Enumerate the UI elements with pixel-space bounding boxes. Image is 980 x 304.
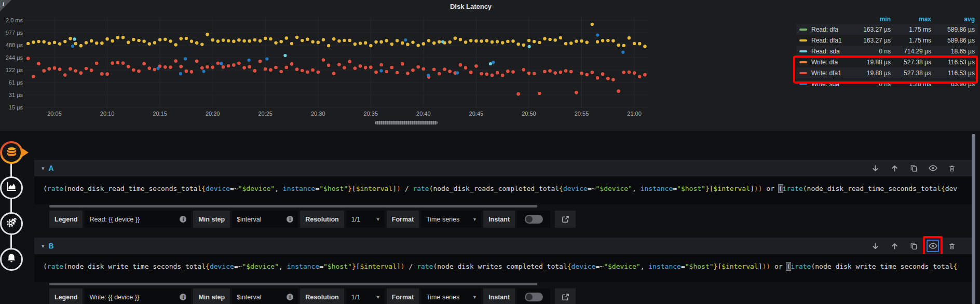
sidebar-tab-panel-settings[interactable] xyxy=(0,212,23,235)
sidebar-tab-connector xyxy=(10,153,12,259)
legend-format-label: Legend xyxy=(49,288,83,304)
legend-column-avg[interactable]: avg xyxy=(931,15,975,24)
toggle-knob xyxy=(526,216,533,223)
sidebar-tab-queries[interactable] xyxy=(0,141,23,164)
legend-column-min[interactable]: min xyxy=(850,15,891,24)
sidebar-tab-alerting[interactable] xyxy=(0,248,23,271)
sidebar-tab-visualization[interactable] xyxy=(0,176,23,199)
query-a-expression[interactable]: (rate(node_disk_read_time_seconds_total{… xyxy=(34,176,972,204)
chevron-down-icon: ▾ xyxy=(469,216,476,222)
x-axis-label: 20:25 xyxy=(258,110,273,117)
series-color-swatch xyxy=(799,39,807,42)
legend-min-value: 0 ns xyxy=(850,80,891,88)
legend-series-name: Read: dfa xyxy=(799,26,850,33)
query-a-hscrollbar[interactable] xyxy=(49,205,537,208)
move-query-down-button[interactable] xyxy=(869,240,881,252)
instant-toggle[interactable] xyxy=(525,293,543,301)
info-icon[interactable]: i xyxy=(287,216,293,223)
x-axis-label: 20:35 xyxy=(364,110,378,117)
instant-label: Instant xyxy=(483,288,515,304)
query-ref-letter: A xyxy=(49,164,54,172)
series-label: Write: dfa xyxy=(811,59,838,66)
legend-series-write-dfa1[interactable]: Write: dfa119.88 µs527.38 µs116.53 µs xyxy=(796,67,978,78)
format-select[interactable]: Time series▾ xyxy=(421,211,481,228)
resolution-select[interactable]: 1/1▾ xyxy=(346,288,385,304)
legend-series-write-dfa[interactable]: Write: dfa19.88 µs527.38 µs116.53 µs xyxy=(796,57,978,67)
series-color-swatch xyxy=(799,72,807,74)
y-axis-label: 2.0 ms xyxy=(6,17,23,23)
legend-avg-value: 116.53 µs xyxy=(931,59,975,66)
series-label: Write: sda xyxy=(811,80,839,88)
x-axis-label: 20:05 xyxy=(47,110,62,117)
legend-format-input[interactable]: Read: {{ device }}i xyxy=(85,211,191,228)
instant-label: Instant xyxy=(483,211,515,228)
move-query-up-button[interactable] xyxy=(888,240,901,252)
info-icon[interactable]: i xyxy=(180,216,186,223)
instant-toggle[interactable] xyxy=(525,215,543,224)
y-axis-label: 61 µs xyxy=(9,79,23,86)
query-b-expression[interactable]: (rate(node_disk_write_time_seconds_total… xyxy=(34,254,972,282)
min-step-label: Min step xyxy=(193,288,230,304)
horizontal-scroll-indicator[interactable] xyxy=(375,121,438,125)
y-axis-label: 977 µs xyxy=(6,30,23,36)
move-query-up-button[interactable] xyxy=(888,162,901,174)
legend-format-input-value: Write: {{ device }} xyxy=(89,294,139,301)
x-axis-label: 20:45 xyxy=(469,110,484,117)
toggle-query-visibility-button-highlighted[interactable] xyxy=(927,240,939,252)
database-icon xyxy=(6,146,18,160)
info-icon[interactable]: i xyxy=(180,294,186,300)
legend-series-write-sda[interactable]: Write: sda0 ns1.26 ms63.90 µs xyxy=(796,78,978,89)
resolution-label: Resolution xyxy=(300,211,344,228)
legend-format-input[interactable]: Write: {{ device }}i xyxy=(85,288,191,304)
format-select[interactable]: Time series▾ xyxy=(421,288,481,304)
delete-query-button[interactable] xyxy=(946,240,958,252)
legend-min-value: 163.27 µs xyxy=(850,37,891,44)
series-points-write-dfa xyxy=(26,57,646,96)
resolution-select-value: 1/1 xyxy=(351,216,360,223)
legend-max-value: 1.75 ms xyxy=(891,37,931,44)
y-axis-label: 31 µs xyxy=(9,92,23,98)
series-color-swatch xyxy=(799,29,807,31)
format-select-value: Time series xyxy=(426,294,459,301)
info-icon[interactable]: i xyxy=(287,294,293,300)
bell-icon xyxy=(6,253,17,266)
legend-series-read-sda[interactable]: Read: sda0 ns714.29 µs18.65 µs xyxy=(796,46,978,57)
format-select-value: Time series xyxy=(426,216,459,223)
legend-column-max[interactable]: max xyxy=(891,15,931,24)
legend-series-name: Write: dfa1 xyxy=(799,70,850,77)
legend-avg-value: 116.53 µs xyxy=(931,70,975,77)
legend-series-read-dfa[interactable]: Read: dfa163.27 µs1.75 ms589.86 µs xyxy=(796,24,978,35)
x-axis-label: 20:30 xyxy=(311,110,325,117)
legend-format-input-value: Read: {{ device }} xyxy=(89,216,140,223)
series-label: Write: dfa1 xyxy=(811,70,841,77)
series-color-swatch xyxy=(799,61,807,63)
query-b-hscrollbar[interactable] xyxy=(49,283,537,285)
instant-toggle-wrap xyxy=(517,211,550,228)
collapse-chevron-icon[interactable]: ▾ xyxy=(42,165,45,172)
x-axis-label: 20:40 xyxy=(416,110,431,117)
resolution-select[interactable]: 1/1▾ xyxy=(346,211,385,228)
legend-max-value: 527.38 µs xyxy=(891,59,931,66)
legend-header-row: minmaxavg xyxy=(796,15,978,24)
move-query-down-button[interactable] xyxy=(869,162,881,174)
min-step-input-value: $interval xyxy=(237,294,261,301)
x-axis-label: 20:55 xyxy=(575,110,589,117)
share-query-button[interactable] xyxy=(555,288,576,304)
legend-min-value: 19.88 µs xyxy=(850,70,891,77)
y-axis-label: 488 µs xyxy=(6,42,23,48)
collapse-chevron-icon[interactable]: ▾ xyxy=(42,243,45,250)
toggle-query-visibility-button[interactable] xyxy=(927,162,939,174)
delete-query-button[interactable] xyxy=(946,162,958,174)
legend-max-value: 1.75 ms xyxy=(891,26,931,33)
min-step-input[interactable]: $intervali xyxy=(232,288,298,304)
share-query-button[interactable] xyxy=(555,211,576,228)
gear-wrench-icon xyxy=(6,217,17,230)
duplicate-query-button[interactable] xyxy=(907,162,920,174)
min-step-input[interactable]: $intervali xyxy=(232,211,298,228)
editor-vertical-scrollbar[interactable] xyxy=(972,134,975,304)
legend-series-read-dfa1[interactable]: Read: dfa1163.27 µs1.75 ms589.86 µs xyxy=(796,35,978,46)
duplicate-query-button[interactable] xyxy=(907,240,920,252)
resolution-label: Resolution xyxy=(300,288,344,304)
min-step-label: Min step xyxy=(193,211,230,228)
query-b-options-row: LegendWrite: {{ device }}iMin step$inter… xyxy=(49,288,576,304)
